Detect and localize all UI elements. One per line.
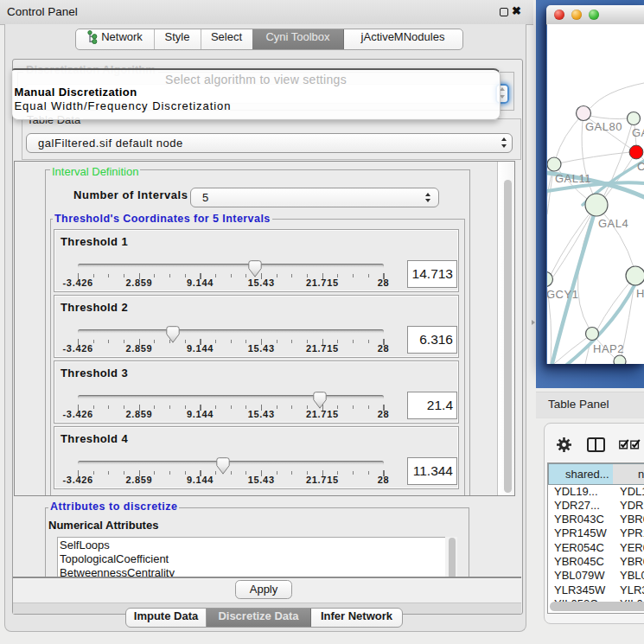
svg-text:GAL80: GAL80 [585,120,622,133]
svg-text:CR: CR [637,160,644,173]
svg-text:GAL2: GAL2 [632,126,644,139]
svg-text:GAL4: GAL4 [598,217,628,230]
svg-text:HI: HI [636,287,644,300]
svg-text:HAP2: HAP2 [593,342,624,355]
svg-text:GCY1: GCY1 [547,288,578,301]
svg-text:GAL11: GAL11 [555,172,591,185]
